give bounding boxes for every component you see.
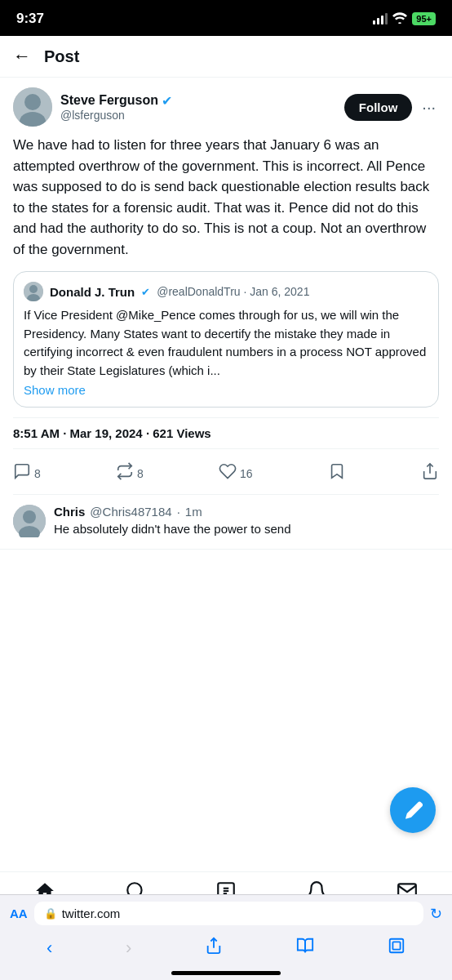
page-title: Post <box>44 47 79 66</box>
comment-avatar <box>13 505 46 537</box>
browser-address-row: AA 🔒 twitter.com ↻ <box>0 895 452 932</box>
quoted-text: If Vice President @Mike_Pence comes thro… <box>24 306 428 380</box>
quoted-author-row: Donald J. Trun ✔ @realDonaldTru · Jan 6,… <box>24 282 428 301</box>
svg-rect-18 <box>392 942 400 949</box>
reply-button[interactable]: 8 <box>13 462 41 484</box>
show-more-link[interactable]: Show more <box>24 383 428 397</box>
avatar[interactable] <box>13 87 52 127</box>
author-name-row: Steve Ferguson ✔ <box>60 93 172 109</box>
svg-point-8 <box>23 510 36 523</box>
battery-icon: 95+ <box>412 12 436 25</box>
post-container: Steve Ferguson ✔ @lsferguson Follow ··· … <box>0 78 452 495</box>
action-bar: 8 8 16 <box>13 456 439 495</box>
browser-bookmarks-button[interactable] <box>296 937 314 960</box>
author-left: Steve Ferguson ✔ @lsferguson <box>13 87 172 127</box>
bookmark-icon <box>328 462 346 484</box>
author-row: Steve Ferguson ✔ @lsferguson Follow ··· <box>13 87 439 127</box>
author-right: Follow ··· <box>344 94 439 121</box>
svg-point-1 <box>24 94 41 110</box>
author-name: Steve Ferguson <box>60 93 158 108</box>
comment-handle: @Chris487184 <box>90 505 171 519</box>
lock-icon: 🔒 <box>44 907 57 920</box>
browser-refresh-button[interactable]: ↻ <box>430 905 442 923</box>
like-button[interactable]: 16 <box>219 462 253 484</box>
retweet-count: 8 <box>137 467 144 480</box>
post-text: We have had to listen for three years th… <box>13 135 439 260</box>
comment-row: Chris @Chris487184 · 1m He absolutely di… <box>0 495 452 550</box>
signal-icon <box>373 13 388 24</box>
comment-content: Chris @Chris487184 · 1m He absolutely di… <box>54 505 439 539</box>
browser-tabs-button[interactable] <box>388 937 405 960</box>
reply-icon <box>13 462 31 484</box>
heart-icon <box>219 462 237 484</box>
author-handle: @lsferguson <box>60 109 172 122</box>
browser-url-box[interactable]: 🔒 twitter.com <box>34 902 423 925</box>
timestamp: 8:51 AM · Mar 19, 2024 · 621 Views <box>13 417 439 449</box>
author-info: Steve Ferguson ✔ @lsferguson <box>60 93 172 122</box>
reply-count: 8 <box>34 467 41 480</box>
quoted-handle-date: @realDonaldTru · Jan 6, 2021 <box>157 285 309 298</box>
browser-bar: AA 🔒 twitter.com ↻ ‹ › <box>0 894 452 980</box>
browser-aa-button[interactable]: AA <box>10 906 28 920</box>
comment-dot: · <box>177 505 180 519</box>
comment-text: He absolutely didn't have the power to s… <box>54 520 439 539</box>
share-button[interactable] <box>421 462 439 484</box>
status-bar: 9:37 95+ <box>0 0 452 36</box>
header: ← Post <box>0 36 452 78</box>
compose-fab[interactable] <box>390 787 436 833</box>
comment-time: 1m <box>185 505 202 519</box>
browser-url: twitter.com <box>62 906 121 920</box>
like-count: 16 <box>240 467 253 480</box>
verified-icon: ✔ <box>162 93 172 109</box>
follow-button[interactable]: Follow <box>344 94 413 121</box>
quoted-author-name: Donald J. Trun <box>50 285 135 299</box>
bookmark-button[interactable] <box>328 462 346 484</box>
wifi-icon <box>392 12 407 26</box>
back-button[interactable]: ← <box>13 46 31 67</box>
quoted-tweet[interactable]: Donald J. Trun ✔ @realDonaldTru · Jan 6,… <box>13 271 439 408</box>
browser-share-button[interactable] <box>205 937 223 960</box>
status-icons: 95+ <box>373 12 436 26</box>
share-icon <box>421 462 439 484</box>
browser-back-button[interactable]: ‹ <box>47 938 52 959</box>
retweet-button[interactable]: 8 <box>116 462 144 484</box>
svg-rect-17 <box>390 939 404 953</box>
status-time: 9:37 <box>16 11 44 27</box>
home-indicator <box>171 971 281 975</box>
browser-nav-row: ‹ › <box>0 932 452 971</box>
retweet-icon <box>116 462 134 484</box>
quoted-avatar <box>24 282 43 301</box>
comment-author-name: Chris <box>54 505 85 519</box>
more-button[interactable]: ··· <box>419 95 439 120</box>
svg-point-4 <box>29 285 38 293</box>
browser-forward-button[interactable]: › <box>126 938 131 959</box>
quoted-verified-icon: ✔ <box>141 286 150 298</box>
comment-author-row: Chris @Chris487184 · 1m <box>54 505 439 519</box>
